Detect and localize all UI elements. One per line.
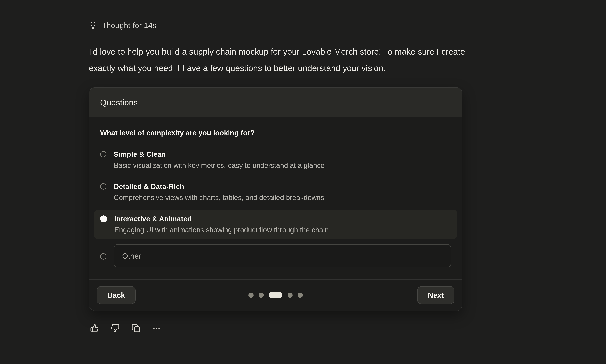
- option-description: Basic visualization with key metrics, ea…: [114, 161, 324, 170]
- option-detailed-data-rich[interactable]: Detailed & Data-Rich Comprehensive views…: [94, 177, 457, 207]
- pagination-dot-active: [269, 292, 283, 298]
- radio-unselected-icon[interactable]: [100, 151, 107, 157]
- option-interactive-animated[interactable]: Interactive & Animated Engaging UI with …: [94, 210, 457, 239]
- radio-unselected-icon[interactable]: [100, 253, 107, 260]
- pagination-dot: [287, 293, 293, 298]
- more-options-button[interactable]: [152, 324, 161, 333]
- option-description: Engaging UI with animations showing prod…: [114, 225, 329, 234]
- option-description: Comprehensive views with charts, tables,…: [114, 193, 324, 202]
- ellipsis-icon: [152, 324, 161, 333]
- lightbulb-icon: [89, 21, 97, 29]
- pagination-dots: [248, 292, 303, 298]
- card-footer: Back Next: [89, 279, 462, 311]
- copy-button[interactable]: [131, 324, 140, 333]
- option-label: Simple & Clean: [114, 150, 324, 159]
- thought-label: Thought for 14s: [102, 21, 157, 30]
- thought-toggle[interactable]: Thought for 14s: [89, 21, 157, 30]
- options-list: Simple & Clean Basic visualization with …: [100, 145, 451, 267]
- card-title: Questions: [100, 98, 138, 107]
- back-button[interactable]: Back: [97, 286, 135, 304]
- option-label: Detailed & Data-Rich: [114, 182, 324, 191]
- thumbs-down-icon: [111, 324, 120, 333]
- radio-unselected-icon[interactable]: [100, 183, 107, 190]
- pagination-dot: [248, 293, 254, 298]
- message-line-2: exactly what you need, I have a few ques…: [89, 60, 570, 76]
- message-actions: [90, 324, 161, 333]
- thumbs-up-icon: [90, 324, 99, 333]
- question-text: What level of complexity are you looking…: [100, 129, 451, 137]
- option-label: Interactive & Animated: [114, 214, 329, 223]
- pagination-dot: [298, 293, 303, 298]
- other-input[interactable]: [114, 244, 451, 267]
- card-body: What level of complexity are you looking…: [89, 117, 462, 279]
- option-other[interactable]: [94, 244, 457, 267]
- card-header: Questions: [89, 88, 462, 117]
- copy-icon: [132, 324, 140, 333]
- questions-card: Questions What level of complexity are y…: [89, 87, 462, 311]
- pagination-dot: [259, 293, 264, 298]
- radio-selected-icon[interactable]: [100, 215, 107, 222]
- message-line-1: I'd love to help you build a supply chai…: [89, 44, 570, 60]
- assistant-message: I'd love to help you build a supply chai…: [89, 44, 570, 76]
- option-simple-clean[interactable]: Simple & Clean Basic visualization with …: [94, 145, 457, 175]
- thumbs-down-button[interactable]: [111, 324, 120, 333]
- thumbs-up-button[interactable]: [90, 324, 99, 333]
- next-button[interactable]: Next: [417, 286, 455, 304]
